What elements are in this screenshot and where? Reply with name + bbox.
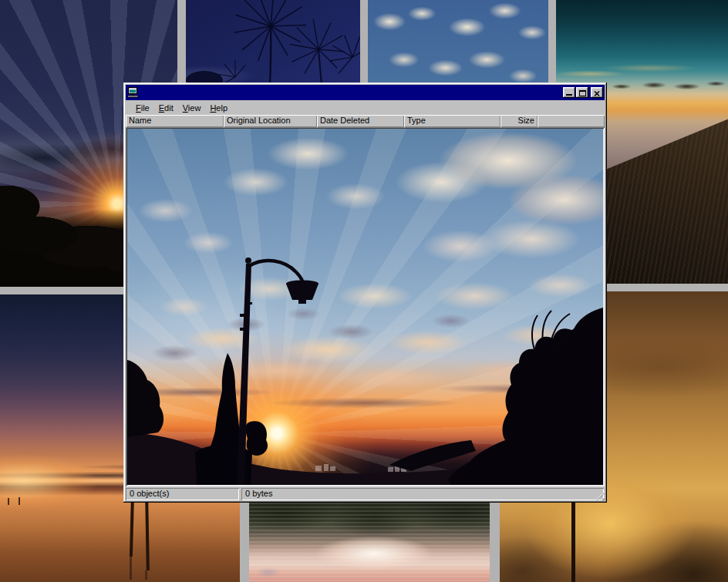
photo-tile-water-reflection bbox=[249, 503, 490, 582]
column-header-blank[interactable] bbox=[538, 115, 605, 127]
status-object-count: 0 object(s) bbox=[126, 488, 239, 500]
desktop: File Edit View Help Name Original Locati… bbox=[0, 0, 728, 582]
menu-help[interactable]: Help bbox=[205, 102, 232, 114]
close-icon bbox=[594, 91, 600, 96]
column-header-size[interactable]: Size bbox=[501, 115, 538, 127]
column-header-name[interactable]: Name bbox=[126, 115, 224, 127]
computer-icon[interactable] bbox=[127, 87, 140, 98]
column-header-original-location[interactable]: Original Location bbox=[224, 115, 317, 127]
distant-pole-silhouette bbox=[19, 497, 20, 505]
status-bar: 0 object(s) 0 bytes bbox=[126, 486, 605, 500]
column-header-type[interactable]: Type bbox=[404, 115, 501, 127]
close-button[interactable] bbox=[591, 87, 603, 98]
column-header-date-deleted[interactable]: Date Deleted bbox=[317, 115, 404, 127]
menu-bar: File Edit View Help bbox=[126, 100, 605, 115]
folder-view[interactable] bbox=[126, 127, 605, 486]
silhouette-layer bbox=[127, 129, 603, 485]
distant-pole-silhouette bbox=[8, 498, 9, 505]
small-tree-silhouette bbox=[245, 421, 268, 456]
window-titlebar[interactable] bbox=[126, 85, 605, 100]
status-size: 0 bytes bbox=[241, 488, 604, 500]
lake-pole-silhouette bbox=[145, 496, 150, 570]
maximize-icon bbox=[579, 90, 586, 96]
lamp-pole-silhouette bbox=[571, 503, 575, 582]
menu-file[interactable]: File bbox=[131, 102, 154, 114]
lake-pole-reflection bbox=[130, 557, 132, 580]
sunset-streetlamp-photo bbox=[127, 129, 603, 485]
left-bush-silhouette bbox=[127, 360, 163, 437]
minimize-icon bbox=[566, 94, 572, 96]
minimize-button[interactable] bbox=[563, 87, 575, 98]
right-trees-silhouette bbox=[448, 308, 603, 485]
maximize-button[interactable] bbox=[576, 87, 588, 98]
recycle-bin-window: File Edit View Help Name Original Locati… bbox=[123, 82, 607, 503]
menu-view[interactable]: View bbox=[178, 102, 206, 114]
lake-pole-reflection bbox=[145, 570, 147, 580]
column-header-row: Name Original Location Date Deleted Type… bbox=[126, 115, 605, 127]
menu-edit[interactable]: Edit bbox=[154, 102, 178, 114]
